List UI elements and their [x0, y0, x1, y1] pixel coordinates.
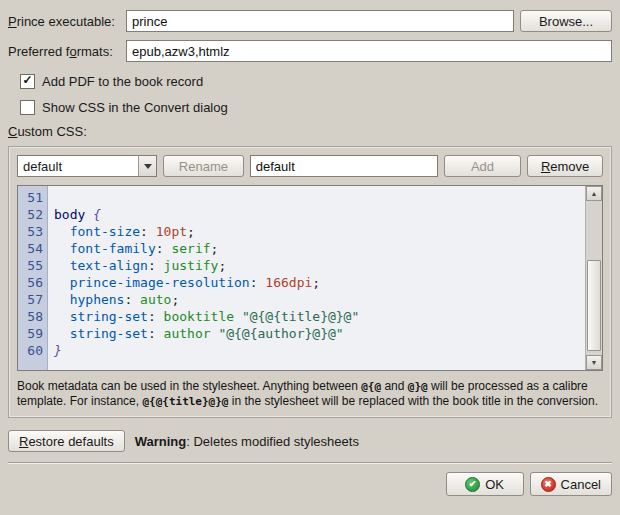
arrow-down-icon: ▼	[591, 359, 598, 366]
prince-executable-label: Prince executable:	[8, 14, 120, 29]
add-button[interactable]: Add	[444, 155, 521, 177]
add-pdf-checkbox-label: Add PDF to the book record	[42, 74, 203, 89]
code-line	[54, 189, 585, 206]
prince-settings-dialog: Prince executable: Browse... Preferred f…	[0, 0, 620, 515]
warning-text: Warning: Deletes modified stylesheets	[135, 434, 359, 449]
restore-defaults-button[interactable]: Restore defaults	[8, 430, 125, 452]
editor-code[interactable]: body { font-size: 10pt; font-family: ser…	[48, 186, 585, 370]
stylesheet-selected-value: default	[18, 156, 138, 176]
restore-defaults-label: Restore defaults	[19, 434, 114, 449]
code-line: font-size: 10pt;	[54, 223, 585, 240]
line-number: 56	[18, 274, 43, 291]
preferred-formats-row: Preferred formats:	[8, 40, 612, 62]
code-line: text-align: justify;	[54, 257, 585, 274]
line-number: 51	[18, 189, 43, 206]
custom-css-label: Custom CSS:	[8, 124, 612, 142]
line-number: 60	[18, 342, 43, 359]
chevron-down-icon	[144, 164, 152, 169]
add-pdf-checkbox[interactable]: ✓	[20, 74, 35, 89]
checkmark-icon: ✓	[22, 74, 32, 86]
scrollbar-track[interactable]	[586, 201, 602, 355]
dialog-button-row: ✔ OK ✖ Cancel	[8, 472, 612, 496]
code-line: string-set: author "@{@{author}@}@"	[54, 325, 585, 342]
cancel-x-icon: ✖	[541, 477, 556, 492]
browse-button[interactable]: Browse...	[520, 10, 612, 32]
ok-button[interactable]: ✔ OK	[446, 472, 524, 496]
cancel-button[interactable]: ✖ Cancel	[530, 472, 612, 496]
cancel-button-label: Cancel	[561, 477, 601, 492]
stylesheet-select[interactable]: default	[17, 155, 157, 177]
scrollbar-thumb[interactable]	[587, 260, 601, 351]
preferred-formats-label: Preferred formats:	[8, 44, 120, 59]
add-button-label: Add	[471, 159, 494, 174]
css-help-text: Book metadata can be used in the stylesh…	[17, 379, 603, 409]
show-css-checkbox-label: Show CSS in the Convert dialog	[42, 100, 228, 115]
ok-check-icon: ✔	[465, 477, 480, 492]
code-line: hyphens: auto;	[54, 291, 585, 308]
line-number: 55	[18, 257, 43, 274]
stylesheet-name-input[interactable]	[250, 155, 438, 177]
prince-executable-input[interactable]	[126, 10, 514, 32]
line-number: 53	[18, 223, 43, 240]
editor-gutter: 51525354555657585960	[18, 186, 48, 370]
browse-button-label: Browse...	[539, 14, 593, 29]
code-line: font-family: serif;	[54, 240, 585, 257]
line-number: 57	[18, 291, 43, 308]
show-css-checkbox[interactable]	[20, 100, 35, 115]
show-css-checkbox-row[interactable]: Show CSS in the Convert dialog	[8, 98, 612, 116]
separator	[8, 462, 612, 464]
stylesheet-toolbar: default Rename Add Remove	[17, 155, 603, 177]
code-line: }	[54, 342, 585, 359]
preferred-formats-input[interactable]	[126, 40, 612, 62]
combo-dropdown-button[interactable]	[138, 156, 156, 176]
line-number: 54	[18, 240, 43, 257]
rename-button-label: Rename	[179, 159, 228, 174]
code-line: string-set: booktitle "@{@{title}@}@"	[54, 308, 585, 325]
line-number: 52	[18, 206, 43, 223]
arrow-up-icon: ▲	[591, 190, 598, 197]
editor-scrollbar[interactable]: ▲ ▼	[585, 186, 602, 370]
rename-button[interactable]: Rename	[163, 155, 244, 177]
code-line: prince-image-resolution: 166dpi;	[54, 274, 585, 291]
scroll-up-button[interactable]: ▲	[586, 186, 602, 201]
remove-button-label: Remove	[541, 159, 589, 174]
css-editor[interactable]: 51525354555657585960 body { font-size: 1…	[17, 185, 603, 371]
scroll-down-button[interactable]: ▼	[586, 355, 602, 370]
add-pdf-checkbox-row[interactable]: ✓ Add PDF to the book record	[8, 72, 612, 90]
line-number: 58	[18, 308, 43, 325]
code-line: body {	[54, 206, 585, 223]
prince-executable-row: Prince executable: Browse...	[8, 10, 612, 32]
restore-defaults-row: Restore defaults Warning: Deletes modifi…	[8, 430, 612, 452]
ok-button-label: OK	[485, 477, 504, 492]
line-number: 59	[18, 325, 43, 342]
custom-css-group: default Rename Add Remove 51525354555657…	[8, 146, 612, 418]
remove-button[interactable]: Remove	[527, 155, 603, 177]
